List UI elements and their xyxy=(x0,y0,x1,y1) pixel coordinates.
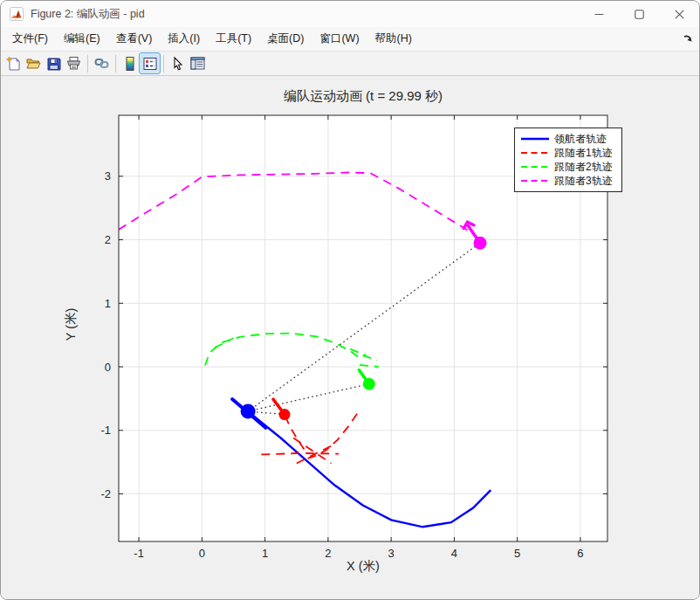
menu-edit[interactable]: 编辑(E) xyxy=(56,28,108,50)
menu-view[interactable]: 查看(V) xyxy=(108,28,161,50)
y-axis-label: Y (米) xyxy=(63,308,79,341)
matlab-logo-icon xyxy=(10,7,24,21)
legend-label: 领航者轨迹 xyxy=(554,132,607,147)
plot-title: 编队运动动画 (t = 29.99 秒) xyxy=(119,88,607,105)
legend-entry-follower2: 跟随者2轨迹 xyxy=(520,160,616,174)
menu-window[interactable]: 窗口(W) xyxy=(312,28,367,50)
close-button[interactable] xyxy=(659,1,699,27)
svg-text:3: 3 xyxy=(105,169,111,183)
legend-label: 跟随者2轨迹 xyxy=(554,160,613,175)
legend-entry-leader: 领航者轨迹 xyxy=(520,132,616,146)
insert-colorbar-button[interactable] xyxy=(120,53,140,73)
edit-plot-icon xyxy=(170,56,186,72)
minimize-icon xyxy=(594,10,604,19)
svg-text:-2: -2 xyxy=(100,487,111,500)
menu-help[interactable]: 帮助(H) xyxy=(367,28,420,50)
window-title: Figure 2: 编队动画 - pid xyxy=(31,7,145,22)
svg-text:-1: -1 xyxy=(100,424,111,437)
legend-entry-follower1: 跟随者1轨迹 xyxy=(520,146,616,160)
figure-toolbar xyxy=(1,52,699,76)
insert-legend-icon xyxy=(142,56,158,72)
save-figure-button[interactable] xyxy=(44,53,64,73)
link-plot-button[interactable] xyxy=(92,53,112,73)
link-plot-icon xyxy=(93,55,110,72)
legend-label: 跟随者1轨迹 xyxy=(554,146,613,161)
figure-canvas: -10123456-2-10123 编队运动动画 (t = 29.99 秒) X… xyxy=(1,76,699,599)
legend-line-sample xyxy=(520,148,550,157)
legend-box[interactable]: 领航者轨迹 跟随者1轨迹 跟随者2轨迹 跟随者3轨迹 xyxy=(514,128,622,192)
legend-label: 跟随者3轨迹 xyxy=(554,174,613,189)
insert-legend-button[interactable] xyxy=(140,53,160,73)
open-file-button[interactable] xyxy=(24,53,44,73)
print-figure-button[interactable] xyxy=(64,53,84,73)
legend-line-sample xyxy=(520,176,550,185)
title-bar[interactable]: Figure 2: 编队动画 - pid xyxy=(1,1,699,28)
property-inspector-icon xyxy=(189,55,206,72)
figure-window: Figure 2: 编队动画 - pid 文件(F) 编辑(E) 查看(V) 插… xyxy=(0,0,700,600)
toolbar-separator xyxy=(163,55,164,72)
svg-text:0: 0 xyxy=(105,361,111,374)
insert-colorbar-icon xyxy=(122,56,138,72)
menu-insert[interactable]: 插入(I) xyxy=(160,28,208,50)
open-file-icon xyxy=(25,55,42,72)
svg-text:1: 1 xyxy=(105,297,111,310)
maximize-button[interactable] xyxy=(619,1,659,27)
x-axis-label: X (米) xyxy=(119,558,607,575)
toolbar-separator xyxy=(115,55,116,72)
svg-text:2: 2 xyxy=(105,233,111,246)
save-figure-icon xyxy=(46,56,62,72)
close-icon xyxy=(675,10,684,19)
menu-bar: 文件(F) 编辑(E) 查看(V) 插入(I) 工具(T) 桌面(D) 窗口(W… xyxy=(1,27,699,52)
legend-line-sample xyxy=(520,134,550,143)
legend-entry-follower3: 跟随者3轨迹 xyxy=(520,174,616,188)
toolbar-separator xyxy=(87,55,88,72)
property-inspector-button[interactable] xyxy=(188,53,208,73)
edit-plot-button[interactable] xyxy=(168,53,188,73)
menu-tools[interactable]: 工具(T) xyxy=(208,28,259,50)
new-figure-icon xyxy=(6,56,22,72)
legend-line-sample xyxy=(520,162,550,171)
menu-file[interactable]: 文件(F) xyxy=(4,28,56,50)
dock-figure-button[interactable] xyxy=(683,33,694,45)
print-figure-icon xyxy=(65,55,82,72)
menu-desktop[interactable]: 桌面(D) xyxy=(259,28,312,50)
maximize-icon xyxy=(635,10,644,19)
new-figure-button[interactable] xyxy=(3,53,24,73)
dock-figure-arrow-icon xyxy=(683,33,694,45)
minimize-button[interactable] xyxy=(579,1,619,27)
